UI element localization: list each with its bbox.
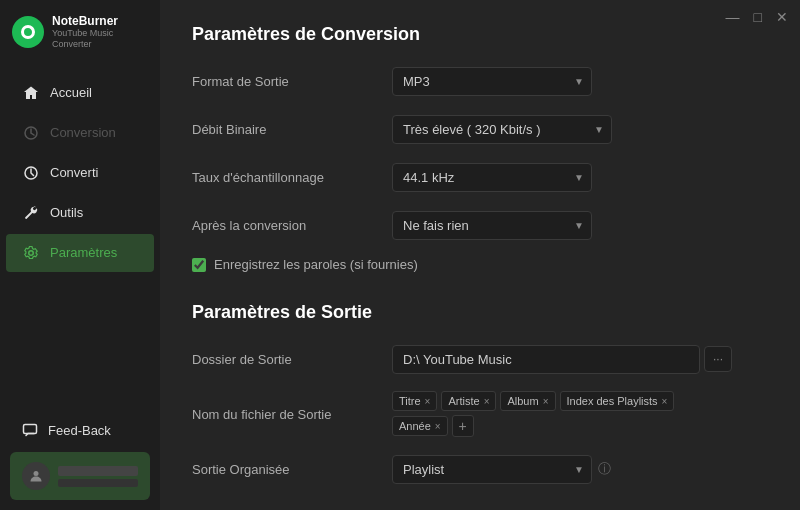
feedback-label: Feed-Back [48,423,111,438]
format-sortie-row: Format de Sortie MP3 AAC WAV FLAC OGG AI… [192,65,768,97]
main-content: Paramètres de Conversion Format de Sorti… [160,0,800,510]
conversion-section: Paramètres de Conversion Format de Sorti… [192,24,768,272]
debit-binaire-label: Débit Binaire [192,122,392,137]
conversion-icon [22,124,40,142]
paroles-checkbox-row: Enregistrez les paroles (si fournies) [192,257,768,272]
nav-items: Accueil Conversion Converti [0,64,160,402]
sortie-organisee-select[interactable]: Playlist Artiste Album Aucun [392,455,592,484]
output-section: Paramètres de Sortie Dossier de Sortie ·… [192,302,768,485]
sortie-organisee-select-wrapper: Playlist Artiste Album Aucun ▼ [392,455,592,484]
sidebar-item-parametres[interactable]: Paramètres [6,234,154,272]
logo-icon-inner [21,25,35,39]
tag-artiste-close[interactable]: × [484,396,490,407]
taux-echantillonnage-control: 44.1 kHz 48 kHz 96 kHz ▼ [392,163,768,192]
tag-annee: Année × [392,416,448,436]
tag-titre-close[interactable]: × [425,396,431,407]
maximize-button[interactable]: □ [754,10,762,24]
sidebar-item-converti[interactable]: Converti [6,154,154,192]
clock-icon [22,164,40,182]
dossier-sortie-control: ··· [392,345,768,374]
nom-fichier-control: Titre × Artiste × Album × Index des Play… [392,391,768,437]
logo-text: NoteBurner YouTube Music Converter [52,14,148,50]
nom-fichier-row: Nom du fichier de Sortie Titre × Artiste… [192,391,768,437]
conversion-section-title: Paramètres de Conversion [192,24,768,45]
apres-conversion-control: Ne fais rien Ouvrir le dossier Quitter l… [392,211,768,240]
sidebar-item-parametres-label: Paramètres [50,245,117,260]
avatar [22,462,50,490]
sidebar: NoteBurner YouTube Music Converter Accue… [0,0,160,510]
sidebar-item-outils-label: Outils [50,205,83,220]
apres-conversion-select[interactable]: Ne fais rien Ouvrir le dossier Quitter l… [392,211,592,240]
close-button[interactable]: ✕ [776,10,788,24]
taux-echantillonnage-row: Taux d'échantillonnage 44.1 kHz 48 kHz 9… [192,161,768,193]
taux-echantillonnage-select-wrapper: 44.1 kHz 48 kHz 96 kHz ▼ [392,163,592,192]
sidebar-item-outils[interactable]: Outils [6,194,154,232]
user-email [58,479,138,487]
sidebar-item-feedback[interactable]: Feed-Back [6,412,154,448]
sidebar-item-accueil[interactable]: Accueil [6,74,154,112]
path-input-wrapper: ··· [392,345,732,374]
sidebar-item-conversion-label: Conversion [50,125,116,140]
tag-index: Index des Playlists × [560,391,675,411]
settings-icon [22,244,40,262]
dossier-sortie-label: Dossier de Sortie [192,352,392,367]
feedback-icon [22,422,38,438]
taux-echantillonnage-label: Taux d'échantillonnage [192,170,392,185]
debit-binaire-select-wrapper: Très élevé ( 320 Kbit/s ) Élevé ( 256 Kb… [392,115,612,144]
user-name [58,466,138,476]
tag-index-text: Index des Playlists [567,395,658,407]
browse-button[interactable]: ··· [704,346,732,372]
sortie-organisee-label: Sortie Organisée [192,462,392,477]
home-icon [22,84,40,102]
logo-area: NoteBurner YouTube Music Converter [0,0,160,64]
output-section-title: Paramètres de Sortie [192,302,768,323]
user-area[interactable] [10,452,150,500]
debit-binaire-select[interactable]: Très élevé ( 320 Kbit/s ) Élevé ( 256 Kb… [392,115,612,144]
tag-album-close[interactable]: × [543,396,549,407]
format-sortie-select-wrapper: MP3 AAC WAV FLAC OGG AIFF ▼ [392,67,592,96]
taux-echantillonnage-select[interactable]: 44.1 kHz 48 kHz 96 kHz [392,163,592,192]
paroles-label: Enregistrez les paroles (si fournies) [214,257,418,272]
apres-conversion-label: Après la conversion [192,218,392,233]
dossier-sortie-input[interactable] [392,345,700,374]
tag-album-text: Album [507,395,538,407]
sidebar-bottom: Feed-Back [0,402,160,510]
tag-annee-text: Année [399,420,431,432]
minimize-button[interactable]: — [726,10,740,24]
nom-fichier-label: Nom du fichier de Sortie [192,407,392,422]
tag-annee-close[interactable]: × [435,421,441,432]
sortie-organisee-row: Sortie Organisée Playlist Artiste Album … [192,453,768,485]
sidebar-item-converti-label: Converti [50,165,98,180]
format-sortie-label: Format de Sortie [192,74,392,89]
tag-index-close[interactable]: × [662,396,668,407]
format-sortie-select[interactable]: MP3 AAC WAV FLAC OGG AIFF [392,67,592,96]
logo-icon [12,16,44,48]
info-icon[interactable]: ⓘ [598,460,611,478]
debit-binaire-control: Très élevé ( 320 Kbit/s ) Élevé ( 256 Kb… [392,115,768,144]
apres-conversion-row: Après la conversion Ne fais rien Ouvrir … [192,209,768,241]
user-info [58,466,138,487]
window-controls: — □ ✕ [726,10,788,24]
sidebar-item-accueil-label: Accueil [50,85,92,100]
tag-titre: Titre × [392,391,437,411]
tag-titre-text: Titre [399,395,421,407]
app-name: NoteBurner [52,14,148,28]
svg-point-3 [34,471,39,476]
format-sortie-control: MP3 AAC WAV FLAC OGG AIFF ▼ [392,67,768,96]
paroles-checkbox[interactable] [192,258,206,272]
tags-wrapper: Titre × Artiste × Album × Index des Play… [392,391,732,437]
tag-artiste: Artiste × [441,391,496,411]
add-tag-button[interactable]: + [452,415,474,437]
apres-conversion-select-wrapper: Ne fais rien Ouvrir le dossier Quitter l… [392,211,592,240]
tag-artiste-text: Artiste [448,395,479,407]
sortie-organisee-control: Playlist Artiste Album Aucun ▼ ⓘ [392,455,768,484]
dossier-sortie-row: Dossier de Sortie ··· [192,343,768,375]
wrench-icon [22,204,40,222]
debit-binaire-row: Débit Binaire Très élevé ( 320 Kbit/s ) … [192,113,768,145]
app-subtitle: YouTube Music Converter [52,28,148,50]
sidebar-item-conversion: Conversion [6,114,154,152]
tag-album: Album × [500,391,555,411]
svg-rect-2 [24,425,37,434]
